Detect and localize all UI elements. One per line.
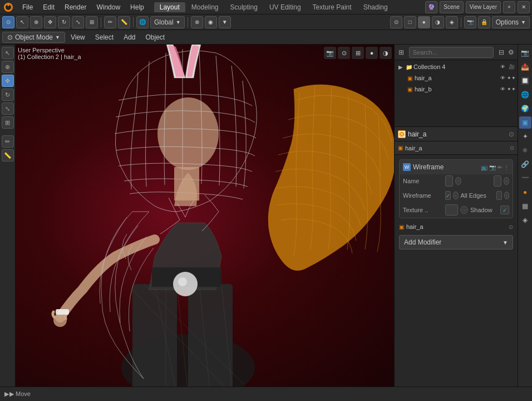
props-tab-physics[interactable]: ⚛ [519, 144, 531, 157]
outliner-search[interactable] [409, 47, 494, 58]
select-menu[interactable]: Select [91, 32, 118, 42]
props-tab-particles[interactable]: ✦ [519, 130, 531, 143]
tool-cursor[interactable]: ⊕ [2, 61, 14, 73]
tab-texture-paint[interactable]: Texture Paint [307, 2, 357, 12]
viewport-overlay-btn[interactable]: ⊙ [338, 47, 350, 59]
alledges-dot[interactable]: · [504, 192, 509, 199]
tool-select[interactable]: ↖ [2, 47, 14, 59]
outliner-row-hair-a[interactable]: ▣ hair_a 👁 ✦✦ [403, 72, 518, 84]
props-tab-particles2[interactable]: ◈ [519, 214, 531, 226]
options-dropdown[interactable]: Options▼ [492, 16, 530, 28]
axis-dot[interactable]: · [504, 177, 510, 185]
tab-sculpting[interactable]: Sculpting [225, 2, 263, 12]
xray-icon[interactable]: □ [404, 16, 416, 28]
props-tab-constraints[interactable]: 🔗 [519, 158, 531, 170]
hair-b-icons[interactable]: ✦✦ [508, 85, 515, 93]
props-tab-material[interactable]: ● [519, 186, 531, 198]
hair-a-eye[interactable]: 👁 [499, 74, 506, 82]
mod-edit-btn[interactable]: ✏ [497, 164, 502, 170]
tool-annotate[interactable]: ✏ [2, 135, 14, 148]
props-tab-viewlayer[interactable]: 🔲 [519, 75, 531, 87]
texture-dot[interactable]: · [460, 206, 468, 214]
measure-icon[interactable]: 📏 [118, 16, 130, 28]
viewport-shading-btn[interactable]: ● [366, 47, 378, 59]
name-dot[interactable]: · [455, 177, 461, 185]
viewport-shading2-btn[interactable]: ◑ [380, 47, 392, 59]
shadow-checkbox[interactable]: ✓ [500, 206, 509, 214]
move-icon[interactable]: ✥ [44, 16, 56, 28]
view-menu[interactable]: View [66, 32, 90, 42]
menu-window[interactable]: Window [92, 2, 125, 12]
menu-edit[interactable]: Edit [38, 2, 59, 12]
proportional-type-icon[interactable]: ▼ [219, 16, 231, 28]
tool-scale[interactable]: ⤡ [2, 102, 14, 115]
scene-btn[interactable]: Scene [440, 1, 463, 13]
tool-measure[interactable]: 📏 [2, 149, 14, 162]
tool-transform[interactable]: ⊞ [2, 116, 14, 129]
prop-unlink[interactable]: ⊙ [510, 145, 514, 151]
viewport-camera-icon[interactable]: 📷 [324, 47, 336, 59]
mode-icon[interactable]: ⊙ [2, 16, 14, 28]
close-icon[interactable]: ✕ [518, 1, 530, 13]
menu-file[interactable]: File [18, 2, 37, 12]
collection4-eye[interactable]: 👁 [499, 63, 506, 71]
wireframe-dot[interactable]: · [453, 192, 458, 199]
transform-global-dropdown[interactable]: Global▼ [150, 16, 185, 28]
camera-btn[interactable]: 📷 [464, 16, 476, 28]
props-tab-texture[interactable]: ▦ [519, 200, 531, 212]
viewport[interactable]: User Perspective (1) Collection 2 | hair… [16, 45, 394, 387]
tab-shading[interactable]: Shading [358, 2, 393, 12]
filter-icon[interactable]: ⊟ [497, 46, 506, 58]
outliner-row-collection4[interactable]: ▶ 📁 Collection 4 👁 🎥 [395, 61, 518, 72]
mod-realtime-btn[interactable]: 📺 [481, 164, 487, 170]
object-mode-dropdown[interactable]: ⊙ Object Mode ▼ [2, 32, 65, 43]
object-menu[interactable]: Object [141, 32, 169, 42]
material-mode-icon[interactable]: ◑ [432, 16, 444, 28]
transform-global-icon[interactable]: 🌐 [136, 16, 149, 28]
axis-value[interactable] [494, 175, 501, 187]
mod-render-btn[interactable]: 📷 [489, 164, 496, 170]
rotate-icon[interactable]: ↻ [58, 16, 70, 28]
props-tab-object[interactable]: ▣ [519, 116, 531, 129]
viewport-overlay-icon[interactable]: ⊙ [390, 16, 402, 28]
add-modifier-button[interactable]: Add Modifier ▼ [399, 235, 513, 250]
transform-icon[interactable]: ⊞ [86, 16, 98, 28]
mod-more-btn[interactable]: ⋮ [504, 164, 509, 170]
collection4-camera[interactable]: 🎥 [508, 63, 515, 71]
snap-icon[interactable]: ⊗ [191, 16, 203, 28]
props-tab-world[interactable]: 🌍 [519, 102, 531, 115]
texture-value[interactable] [445, 204, 458, 216]
alledges-checkbox[interactable] [496, 191, 502, 200]
render-mode-icon[interactable]: ◈ [446, 16, 458, 28]
props-tab-render[interactable]: 📷 [519, 47, 531, 59]
tool-move[interactable]: ✥ [2, 75, 14, 87]
engine-icon[interactable]: 🔮 [425, 1, 437, 13]
outliner-row-hair-b[interactable]: ▣ hair_b 👁 ✦✦ [403, 84, 518, 95]
wireframe-modifier-header[interactable]: W Wireframe 📺 📷 ✏ ⋮ [400, 160, 513, 174]
solid-mode-icon[interactable]: ● [418, 16, 430, 28]
prop-sub2-pin[interactable]: ⊙ [509, 224, 513, 230]
move-tool-label[interactable]: ▶ ▶ Move [4, 390, 31, 398]
tab-modeling[interactable]: Modeling [186, 2, 224, 12]
proportional-icon[interactable]: ◉ [205, 16, 217, 28]
cursor-icon[interactable]: ⊕ [30, 16, 42, 28]
outliner-icon[interactable]: ⊞ [397, 46, 406, 58]
add-menu[interactable]: Add [119, 32, 140, 42]
hair-b-eye[interactable]: 👁 [499, 85, 506, 93]
add-workspace-icon[interactable]: + [503, 1, 515, 13]
menu-render[interactable]: Render [60, 2, 91, 12]
lock-btn[interactable]: 🔒 [478, 16, 490, 28]
props-tab-scene[interactable]: 🌐 [519, 89, 531, 101]
tab-layout[interactable]: Layout [154, 2, 185, 12]
outliner-settings-icon[interactable]: ⚙ [506, 46, 515, 58]
select-tool-icon[interactable]: ↖ [16, 16, 28, 28]
tab-uv-editing[interactable]: UV Editing [264, 2, 307, 12]
props-tab-output[interactable]: 📤 [519, 61, 531, 73]
props-tab-data[interactable]: 〰 [519, 172, 531, 184]
scale-icon[interactable]: ⤡ [72, 16, 84, 28]
properties-pin[interactable]: ⊙ [509, 130, 514, 138]
wireframe-checkbox[interactable]: ✓ [445, 191, 451, 200]
name-value[interactable] [445, 175, 453, 187]
annotate-icon[interactable]: ✏ [104, 16, 116, 28]
viewport-gizmo-btn[interactable]: ⊞ [352, 47, 364, 59]
